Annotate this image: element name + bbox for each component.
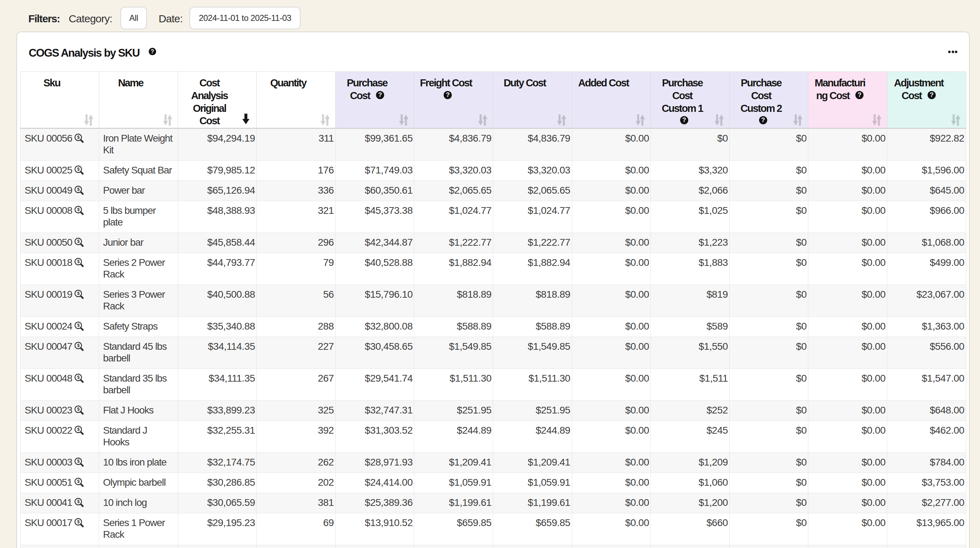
svg-text:$: $: [77, 479, 80, 484]
svg-text:$: $: [77, 207, 80, 212]
svg-text:$: $: [77, 187, 80, 192]
svg-text:$: $: [77, 259, 80, 264]
svg-text:$: $: [77, 167, 80, 172]
svg-text:$: $: [77, 427, 80, 432]
svg-text:$: $: [77, 239, 80, 244]
svg-text:$: $: [77, 519, 80, 524]
svg-text:$: $: [77, 459, 80, 464]
svg-text:$: $: [77, 135, 80, 140]
svg-text:$: $: [77, 375, 80, 380]
svg-text:$: $: [77, 499, 80, 504]
svg-text:$: $: [77, 343, 80, 348]
svg-text:$: $: [77, 407, 80, 412]
svg-text:$: $: [77, 323, 80, 328]
svg-text:$: $: [77, 291, 80, 296]
